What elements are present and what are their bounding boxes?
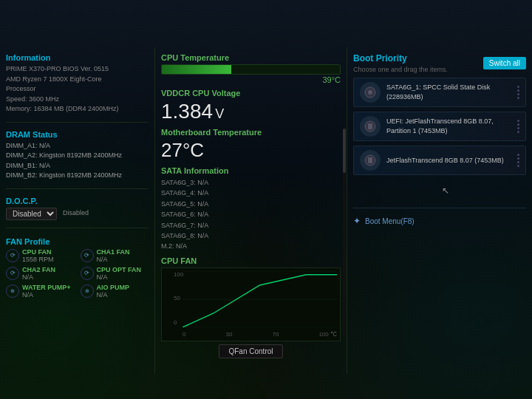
bios-info: PRIME X370-PRO BIOS Ver. 0515	[6, 64, 149, 75]
aio-pump-label: AIO PUMP	[97, 284, 130, 291]
boot-item-3-text: JetFlashTranscend 8GB 8.07 (7453MB)	[386, 156, 511, 166]
drag-handle-3[interactable]	[517, 154, 519, 167]
drag-handle-1[interactable]	[517, 86, 519, 99]
cpu-fan-chart-box: 100 50 0 0	[161, 267, 341, 341]
dram-title: DRAM Status	[6, 130, 149, 139]
sata-section: SATA Information SATA6G_3: N/A SATA6G_4:…	[161, 166, 341, 252]
boot-menu-label: Boot Menu(F8)	[365, 217, 415, 225]
fan-grid: ⟳ CPU FAN 1558 RPM ⟳ CHA1 FAN N/A	[6, 248, 149, 299]
svg-rect-8	[368, 157, 372, 163]
docp-dropdown[interactable]: Disabled Enabled	[6, 208, 57, 220]
boot-item-1[interactable]: SATA6G_1: SPCC Solid State Disk (228936M…	[353, 78, 526, 107]
boot-header: Boot Priority Choose one and drag the it…	[353, 53, 526, 73]
mobo-temp-section: Motherboard Temperature 27°C	[161, 128, 341, 162]
mobo-temp-value: 27°C	[161, 139, 341, 162]
dimm-a1-val: N/A	[39, 142, 50, 149]
usb-icon-2	[364, 154, 377, 167]
dimm-b1-row: DIMM_B1: N/A	[6, 161, 149, 171]
information-title: Information	[6, 53, 149, 62]
cha1-fan-icon: ⟳	[81, 249, 94, 262]
boot-item-3[interactable]: JetFlashTranscend 8GB 8.07 (7453MB)	[353, 146, 526, 175]
boot-item-1-name: SATA6G_1: SPCC Solid State Disk	[386, 83, 511, 92]
aio-pump-val: N/A	[97, 291, 130, 299]
fan-curve-svg	[183, 271, 337, 327]
dimm-a1-label: DIMM_A1:	[6, 142, 38, 149]
boot-item-2[interactable]: UEFI: JetFlashTranscend 8GB 8.07, Partit…	[353, 112, 526, 141]
left-panel: Information PRIME X370-PRO BIOS Ver. 051…	[0, 47, 155, 374]
docp-status: Disabled	[63, 208, 89, 219]
dimm-b2-row: DIMM_B2: Kingston 8192MB 2400MHz	[6, 171, 149, 181]
information-section: Information PRIME X370-PRO BIOS Ver. 051…	[6, 53, 149, 115]
boot-subtitle: Choose one and drag the items.	[353, 66, 448, 73]
cursor-indicator: ↖	[442, 185, 449, 196]
boot-item-2-detail: Partition 1 (7453MB)	[386, 126, 511, 136]
drag-handle-2[interactable]	[517, 120, 519, 133]
m2: M.2: N/A	[161, 241, 341, 251]
cpu-temp-bar	[161, 64, 341, 75]
disk-icon-2	[360, 116, 381, 137]
water-pump-icon: ⊕	[6, 284, 19, 298]
sata-list: SATA6G_3: N/A SATA6G_4: N/A SATA6G_5: N/…	[161, 177, 341, 252]
water-pump-label: WATER PUMP+	[22, 284, 71, 291]
cpu-temp-section: CPU Temperature 39°C	[161, 53, 341, 84]
cha2-fan-icon: ⟳	[6, 267, 19, 280]
vddcr-title: VDDCR CPU Voltage	[161, 89, 341, 98]
fan-item-cpu: ⟳ CPU FAN 1558 RPM	[6, 248, 75, 263]
dimm-a1-row: DIMM_A1: N/A	[6, 141, 149, 151]
scroll-thumb[interactable]	[343, 129, 346, 173]
boot-item-1-detail: (228936MB)	[386, 92, 511, 102]
boot-separator	[353, 208, 526, 208]
boot-item-1-text: SATA6G_1: SPCC Solid State Disk (228936M…	[386, 83, 511, 101]
boot-item-2-text: UEFI: JetFlashTranscend 8GB 8.07, Partit…	[386, 117, 511, 135]
vddcr-section: VDDCR CPU Voltage 1.384 V	[161, 89, 341, 123]
right-panel: Boot Priority Choose one and drag the it…	[347, 47, 532, 374]
disk-icon-3	[360, 150, 381, 171]
cpu-fan-label: CPU FAN	[22, 248, 54, 256]
boot-menu-button[interactable]: ✦ Boot Menu(F8)	[353, 214, 526, 228]
divider-2	[6, 188, 149, 189]
fan-item-cha1: ⟳ CHA1 FAN N/A	[81, 248, 149, 263]
vddcr-display: 1.384 V	[161, 100, 341, 123]
boot-title: Boot Priority	[353, 53, 448, 64]
dram-section: DRAM Status DIMM_A1: N/A DIMM_A2: Kingst…	[6, 130, 149, 181]
middle-panel: CPU Temperature 39°C VDDCR CPU Voltage 1…	[155, 47, 347, 374]
sata-8: SATA6G_8: N/A	[161, 231, 341, 241]
cpu-opt-fan-val: N/A	[97, 273, 142, 281]
cpu-temp-title: CPU Temperature	[161, 53, 341, 62]
svg-rect-6	[368, 123, 372, 129]
ssd-icon	[364, 86, 377, 99]
sata-6: SATA6G_6: N/A	[161, 209, 341, 219]
sata-title: SATA Information	[161, 166, 341, 175]
fan-item-cha2: ⟳ CHA2 FAN N/A	[6, 266, 75, 281]
water-pump-val: N/A	[22, 291, 71, 299]
switch-all-button[interactable]: Switch all	[483, 57, 526, 69]
svg-point-4	[368, 90, 372, 95]
dimm-a2-val: Kingston 8192MB 2400MHz	[39, 151, 122, 159]
divider-3	[6, 228, 149, 228]
cpu-speed: Speed: 3600 MHz	[6, 95, 149, 105]
fan-profile-section: FAN Profile ⟳ CPU FAN 1558 RPM ⟳ CHA1 FA…	[6, 237, 149, 299]
star-icon: ✦	[353, 216, 361, 226]
dram-details: DIMM_A1: N/A DIMM_A2: Kingston 8192MB 24…	[6, 141, 149, 181]
dimm-b2-label: DIMM_B2:	[6, 171, 38, 179]
chart-x-axis: 0 30 70 100 ℃	[183, 331, 337, 338]
cpu-fan-val: 1558 RPM	[22, 256, 54, 263]
fan-item-water: ⊕ WATER PUMP+ N/A	[6, 284, 75, 299]
cha1-fan-val: N/A	[97, 256, 130, 263]
boot-item-3-name: JetFlashTranscend 8GB 8.07 (7453MB)	[386, 156, 511, 166]
cpu-temp-value: 39°C	[161, 75, 341, 84]
cpu-fan-chart-section: CPU FAN 100 50 0	[161, 256, 341, 368]
vddcr-unit: V	[215, 106, 224, 121]
docp-title: D.O.C.P.	[6, 197, 149, 205]
dimm-b1-val: N/A	[39, 162, 50, 169]
cpu-opt-fan-icon: ⟳	[81, 267, 94, 280]
dimm-b2-val: Kingston 8192MB 2400MHz	[39, 171, 122, 179]
cpu-fan-chart-title: CPU FAN	[161, 256, 341, 265]
fan-profile-title: FAN Profile	[6, 237, 149, 246]
scroll-indicator[interactable]	[343, 129, 346, 337]
dimm-a2-label: DIMM_A2:	[6, 151, 38, 159]
cpu-opt-fan-label: CPU OPT FAN	[97, 266, 142, 273]
usb-icon	[364, 120, 377, 133]
qfan-button[interactable]: QFan Control	[219, 344, 282, 358]
vddcr-value: 1.384	[161, 100, 213, 123]
